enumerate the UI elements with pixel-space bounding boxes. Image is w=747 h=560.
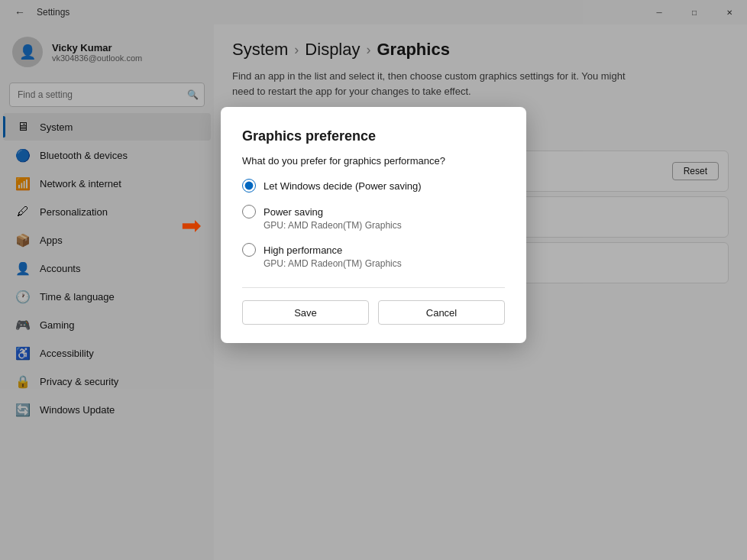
radio-sub-high_performance: GPU: AMD Radeon(TM) Graphics (264, 258, 505, 269)
radio-label-high_performance[interactable]: High performance (242, 243, 505, 257)
radio-input-high_performance[interactable] (242, 243, 256, 257)
radio-input-power_saving[interactable] (242, 205, 256, 218)
radio-options: Let Windows decide (Power saving) Power … (242, 179, 505, 269)
graphics-preference-dialog: ➡ Graphics preference What do you prefer… (221, 107, 526, 343)
arrow-indicator: ➡ (181, 211, 202, 240)
radio-label-windows_decide[interactable]: Let Windows decide (Power saving) (242, 179, 505, 193)
dialog-title: Graphics preference (242, 128, 505, 144)
radio-option-power_saving: Power saving GPU: AMD Radeon(TM) Graphic… (242, 205, 505, 231)
radio-text-windows_decide: Let Windows decide (Power saving) (264, 180, 422, 192)
save-button[interactable]: Save (242, 300, 369, 325)
cancel-button[interactable]: Cancel (378, 300, 505, 325)
radio-label-power_saving[interactable]: Power saving (242, 205, 505, 218)
overlay: ➡ Graphics preference What do you prefer… (0, 0, 747, 560)
radio-sub-power_saving: GPU: AMD Radeon(TM) Graphics (264, 220, 505, 231)
dialog-question: What do you prefer for graphics performa… (242, 155, 505, 167)
radio-text-power_saving: Power saving (264, 206, 323, 218)
dialog-footer: Save Cancel (242, 287, 505, 325)
radio-text-high_performance: High performance (264, 244, 342, 256)
radio-option-high_performance: High performance GPU: AMD Radeon(TM) Gra… (242, 243, 505, 269)
radio-option-windows_decide: Let Windows decide (Power saving) (242, 179, 505, 193)
radio-input-windows_decide[interactable] (242, 179, 256, 193)
